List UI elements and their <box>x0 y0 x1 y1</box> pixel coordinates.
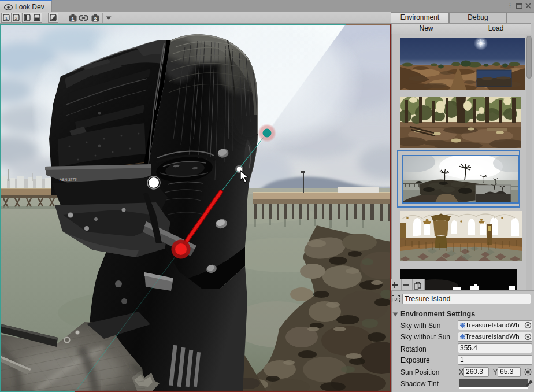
svg-text:1: 1 <box>71 16 75 22</box>
svg-text:2: 2 <box>94 16 97 22</box>
svg-text:2: 2 <box>15 16 18 21</box>
svg-text:ASN 2773: ASN 2773 <box>60 177 77 182</box>
svg-text:1: 1 <box>5 16 8 21</box>
svg-text:HDR: HDR <box>392 297 400 301</box>
